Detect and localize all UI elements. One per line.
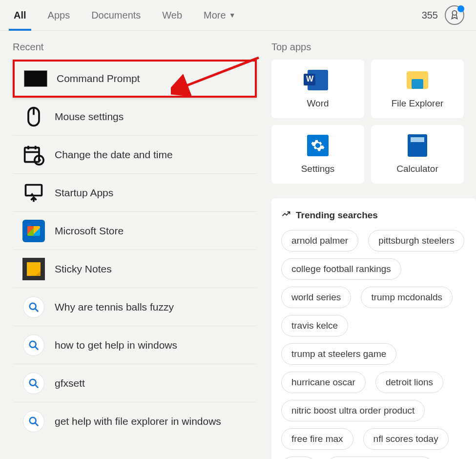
search-filter-tabs: All Apps Documents Web More ▼ 355 <box>0 0 476 31</box>
recent-list: Command Prompt Mouse settings Change the… <box>13 60 257 440</box>
trending-chip[interactable]: hurricane oscar <box>281 372 366 393</box>
app-card-calculator[interactable]: Calculator <box>371 125 464 184</box>
tab-label: More <box>204 10 226 21</box>
search-icon <box>21 333 46 357</box>
tab-documents[interactable]: Documents <box>81 0 151 30</box>
trending-chips: arnold palmerpittsburgh steelerscollege … <box>281 230 466 459</box>
app-card-settings[interactable]: Settings <box>271 125 364 184</box>
recent-item-label: Change the date and time <box>55 149 173 161</box>
svg-point-13 <box>30 379 36 385</box>
tab-label: Web <box>162 10 182 21</box>
recent-item-startup-apps[interactable]: Startup Apps <box>13 174 257 212</box>
tab-label: Apps <box>48 10 70 21</box>
svg-line-14 <box>35 384 38 387</box>
trending-chip[interactable]: pittsburgh steelers <box>368 230 464 251</box>
file-explorer-icon <box>406 69 429 91</box>
mouse-icon <box>21 104 46 129</box>
app-card-label: File Explorer <box>392 98 444 109</box>
calendar-clock-icon <box>21 143 46 167</box>
tab-label: Documents <box>91 10 141 21</box>
search-icon <box>21 409 46 434</box>
trending-heading-label: Trending searches <box>296 210 378 221</box>
word-icon <box>307 69 329 91</box>
trending-chip[interactable]: travis kelce <box>281 315 348 336</box>
recent-item-date-time[interactable]: Change the date and time <box>13 136 257 174</box>
command-prompt-icon <box>23 66 48 91</box>
recent-item-label: how to get help in windows <box>55 339 177 351</box>
trending-up-icon <box>281 209 291 221</box>
recent-item-label: Command Prompt <box>57 73 140 84</box>
rewards-badge-icon[interactable] <box>445 5 464 25</box>
recent-item-search-tennis[interactable]: Why are tennis balls fuzzy <box>13 288 257 326</box>
recent-item-mouse-settings[interactable]: Mouse settings <box>13 98 257 136</box>
app-card-label: Word <box>307 98 329 109</box>
recent-item-label: Why are tennis balls fuzzy <box>55 301 174 313</box>
trending-chip[interactable]: trump at steelers game <box>281 343 396 365</box>
trending-chip[interactable]: trump mcdonalds <box>361 287 453 308</box>
svg-point-0 <box>452 11 456 15</box>
trending-chip[interactable]: world series <box>281 287 351 308</box>
recent-item-microsoft-store[interactable]: Microsoft Store <box>13 212 257 250</box>
recent-item-label: get help with file explorer in windows <box>55 416 221 427</box>
trending-heading: Trending searches <box>281 209 466 221</box>
sticky-notes-icon <box>21 257 46 281</box>
svg-point-15 <box>30 417 36 424</box>
recent-item-label: Startup Apps <box>55 187 113 199</box>
recent-item-sticky-notes[interactable]: Sticky Notes <box>13 250 257 288</box>
app-card-word[interactable]: Word <box>271 60 364 118</box>
svg-line-12 <box>35 346 38 349</box>
trending-chip[interactable]: college football rankings <box>281 258 401 280</box>
recent-item-search-gfxsett[interactable]: gfxsett <box>13 364 257 402</box>
tab-more[interactable]: More ▼ <box>193 0 246 30</box>
svg-point-9 <box>30 303 36 309</box>
notification-dot-icon <box>457 5 464 12</box>
trending-chip[interactable]: jets <box>281 457 316 459</box>
trending-chip[interactable]: nitric boost ultra order product <box>281 400 425 421</box>
calculator-icon <box>406 134 429 157</box>
search-icon <box>21 295 46 319</box>
tab-apps[interactable]: Apps <box>37 0 81 30</box>
chevron-down-icon: ▼ <box>229 11 236 19</box>
trending-chip[interactable]: nfl scores today <box>363 428 449 450</box>
trending-chip[interactable]: xavier newman injury <box>326 457 434 459</box>
recent-item-command-prompt[interactable]: Command Prompt <box>13 60 257 98</box>
svg-point-11 <box>30 341 36 347</box>
recent-item-search-help-explorer[interactable]: get help with file explorer in windows <box>13 402 257 440</box>
trending-chip[interactable]: arnold palmer <box>281 230 358 251</box>
recent-item-search-help-windows[interactable]: how to get help in windows <box>13 326 257 364</box>
trending-chip[interactable]: free fire max <box>281 428 353 450</box>
recent-item-label: Mouse settings <box>55 111 124 123</box>
microsoft-store-icon <box>21 219 46 243</box>
recent-item-label: Microsoft Store <box>55 225 124 237</box>
rewards-points[interactable]: 355 <box>422 10 438 21</box>
svg-rect-8 <box>26 185 42 195</box>
recent-heading: Recent <box>13 42 257 53</box>
recent-item-label: Sticky Notes <box>55 263 112 275</box>
app-card-label: Settings <box>301 164 335 174</box>
trending-chip[interactable]: detroit lions <box>375 372 443 393</box>
recent-item-label: gfxsett <box>55 377 85 389</box>
trending-searches-card: Trending searches arnold palmerpittsburg… <box>271 198 476 459</box>
settings-icon <box>307 134 329 157</box>
svg-rect-3 <box>25 147 39 162</box>
tab-all[interactable]: All <box>3 0 37 30</box>
svg-line-16 <box>35 423 38 426</box>
svg-line-10 <box>35 308 38 311</box>
app-card-file-explorer[interactable]: File Explorer <box>371 60 464 118</box>
tab-web[interactable]: Web <box>151 0 193 30</box>
tab-label: All <box>14 10 26 21</box>
search-icon <box>21 371 46 396</box>
top-apps-heading: Top apps <box>271 42 476 53</box>
monitor-up-icon <box>21 181 46 205</box>
top-apps-grid: Word File Explorer Settings Calculator <box>271 60 476 184</box>
app-card-label: Calculator <box>396 164 438 174</box>
